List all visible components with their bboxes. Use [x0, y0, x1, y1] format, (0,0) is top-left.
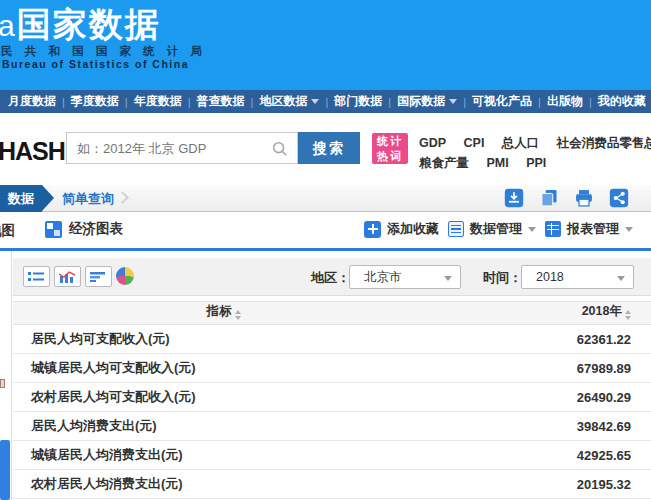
hotword-gdp[interactable]: GDP — [419, 136, 446, 150]
view-list-button[interactable] — [23, 266, 50, 287]
time-label: 时间： — [483, 269, 522, 287]
table-row[interactable]: 居民人均消费支出(元) 39842.69 — [13, 412, 651, 441]
chevron-down-icon — [449, 99, 457, 108]
indicator-label: 居民人均消费支出(元) — [13, 417, 434, 435]
nav-item-monthly[interactable]: 月度数据 — [8, 93, 56, 110]
nav-item-annual[interactable]: 年度数据 — [134, 93, 182, 110]
indicator-value: 62361.22 — [434, 332, 651, 347]
search-button[interactable]: 搜索 — [298, 132, 360, 164]
hotword-cpi[interactable]: CPI — [464, 136, 485, 150]
indicator-label: 农村居民人均消费支出(元) — [13, 475, 434, 493]
nav-item-department[interactable]: 部门数据 — [334, 93, 382, 110]
search-icon — [271, 140, 289, 158]
tab-data-map[interactable]: 地图 — [0, 222, 15, 240]
nav-item-favorites[interactable]: 我的收藏 — [598, 93, 646, 110]
nav-separator: | — [463, 96, 466, 108]
report-manage-button[interactable]: 报表管理 — [545, 220, 633, 238]
data-manage-button[interactable]: 数据管理 — [448, 220, 536, 238]
main-nav: 月度数据| 季度数据| 年度数据| 普查数据| 地区数据| 部门数据| 国际数据… — [0, 90, 651, 113]
indicator-value: 42925.65 — [434, 448, 651, 463]
chevron-down-icon — [528, 227, 536, 236]
scrollbar-thumb[interactable] — [0, 440, 10, 500]
table-header-row: 指标 2018年 — [13, 301, 651, 325]
nav-item-international[interactable]: 国际数据 — [397, 93, 457, 110]
hotword-grain[interactable]: 粮食产量 — [419, 156, 469, 170]
indicator-value: 26490.29 — [434, 390, 651, 405]
chevron-right-icon — [116, 191, 129, 204]
search-box — [66, 132, 298, 164]
bar-chart-icon — [89, 270, 108, 283]
tree-node-fragment — [0, 379, 5, 388]
list-view-icon — [27, 270, 46, 283]
column-header-indicator[interactable]: 指标 — [13, 303, 434, 323]
site-header: a国家数据 民 共 和 国 国 家 统 计 局 Bureau of Statis… — [0, 0, 651, 90]
hot-badge-line2: 热词 — [372, 149, 408, 164]
add-favorite-button[interactable]: 添加收藏 — [364, 220, 439, 238]
nav-item-visualization[interactable]: 可视化产品 — [472, 93, 532, 110]
chevron-down-icon — [625, 227, 633, 236]
nav-item-regional[interactable]: 地区数据 — [259, 93, 319, 110]
tab-data[interactable]: 数据 — [0, 185, 42, 212]
search-band: HASHU 搜索 统计 热词 GDP CPI 总人口 社会消费品零售总额 粮食产… — [0, 113, 651, 185]
region-select[interactable]: 北京市 — [349, 265, 461, 289]
left-panel-edge — [0, 251, 12, 500]
view-switch-bar: 地图 经济图表 添加收藏 数据管理 报表管理 — [0, 212, 651, 251]
search-input[interactable] — [67, 133, 267, 163]
indicator-value: 39842.69 — [434, 419, 651, 434]
tab-economic-charts[interactable]: 经济图表 — [45, 220, 123, 238]
nav-item-quarterly[interactable]: 季度数据 — [71, 93, 119, 110]
hotword-population[interactable]: 总人口 — [502, 136, 540, 150]
hotword-ppi[interactable]: PPI — [526, 156, 546, 170]
nav-separator: | — [538, 96, 541, 108]
nav-separator: | — [125, 96, 128, 108]
chevron-down-icon — [311, 99, 319, 108]
column-header-year[interactable]: 2018年 — [434, 303, 651, 323]
nav-separator: | — [62, 96, 65, 108]
sort-icon[interactable] — [625, 307, 631, 323]
nav-separator: | — [325, 96, 328, 108]
column-chart-icon — [58, 270, 77, 283]
logo-title: 国家数据 — [17, 5, 161, 43]
download-icon[interactable] — [504, 188, 524, 208]
indicator-value: 67989.89 — [434, 361, 651, 376]
plus-icon — [364, 221, 381, 238]
table-row[interactable]: 城镇居民人均消费支出(元) 42925.65 — [13, 441, 651, 470]
nav-separator: | — [589, 96, 592, 108]
nav-item-census[interactable]: 普查数据 — [197, 93, 245, 110]
hotword-pmi[interactable]: PMI — [486, 156, 508, 170]
time-select[interactable]: 2018 — [521, 265, 634, 289]
view-bar-chart-button[interactable] — [85, 266, 112, 287]
sort-icon[interactable] — [235, 307, 241, 323]
grid-icon — [45, 221, 62, 238]
nav-separator: | — [388, 96, 391, 108]
view-pie-chart-button[interactable] — [116, 267, 134, 285]
nav-separator: | — [188, 96, 191, 108]
region-label: 地区： — [311, 269, 350, 287]
hotword-retail[interactable]: 社会消费品零售总额 — [557, 136, 651, 150]
breadcrumb-simple-query[interactable]: 简单查询 — [62, 185, 114, 212]
table-row[interactable]: 居民人均可支配收入(元) 62361.22 — [13, 325, 651, 354]
copy-icon[interactable] — [539, 188, 559, 208]
site-logo[interactable]: a国家数据 — [0, 2, 161, 48]
logo-prefix: a — [0, 9, 17, 42]
chart-toolbar: 地区： 北京市 时间： 2018 — [13, 258, 651, 296]
indicator-label: 居民人均可支配收入(元) — [13, 330, 434, 348]
org-name-chinese: 民 共 和 国 国 家 统 计 局 — [1, 44, 207, 59]
chevron-down-icon — [444, 276, 452, 285]
table-row[interactable]: 城镇居民人均可支配收入(元) 67989.89 — [13, 354, 651, 383]
view-column-chart-button[interactable] — [54, 266, 81, 287]
query-panel: 地区： 北京市 时间： 2018 指标 2018年 居民人均可支配收入 — [13, 251, 651, 500]
indicator-value: 20195.32 — [434, 477, 651, 492]
hot-badge-line1: 统计 — [372, 134, 408, 149]
indicator-label: 城镇居民人均可支配收入(元) — [13, 359, 434, 377]
nav-item-publications[interactable]: 出版物 — [547, 93, 583, 110]
management-actions: 添加收藏 数据管理 报表管理 — [364, 220, 633, 238]
data-table: 指标 2018年 居民人均可支配收入(元) 62361.22 城镇居民人均可支配… — [13, 301, 651, 499]
org-name-english: Bureau of Statistics of China — [2, 58, 189, 70]
indicator-label: 城镇居民人均消费支出(元) — [13, 446, 434, 464]
share-icon[interactable] — [609, 188, 629, 208]
table-row[interactable]: 农村居民人均消费支出(元) 20195.32 — [13, 470, 651, 499]
page-tools — [504, 188, 629, 208]
table-row[interactable]: 农村居民人均可支配收入(元) 26490.29 — [13, 383, 651, 412]
print-icon[interactable] — [574, 188, 594, 208]
